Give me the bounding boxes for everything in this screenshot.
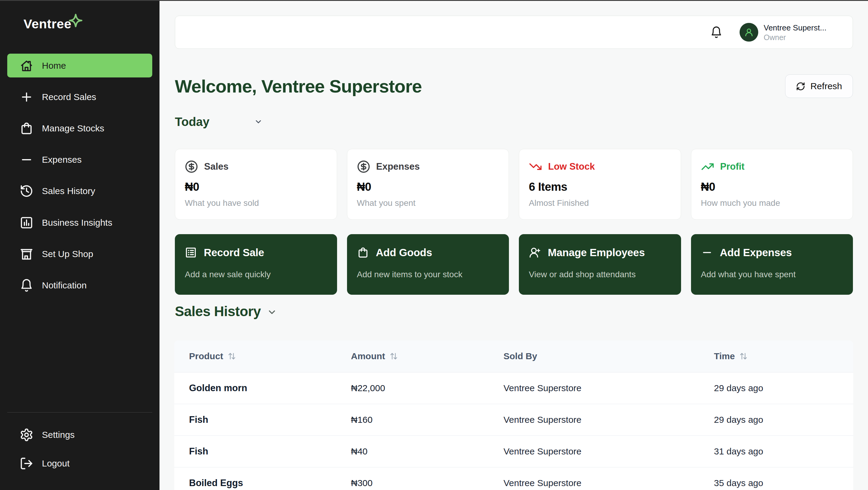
action-subtitle: Add a new sale quickly xyxy=(185,270,330,280)
sidebar-item-business-insights[interactable]: Business Insights xyxy=(7,210,152,234)
table-row[interactable]: Boiled Eggs₦300Ventree Superstore35 days… xyxy=(174,467,853,490)
welcome-row: Welcome, Ventree Superstore Refresh xyxy=(175,74,853,98)
action-card-record-sale[interactable]: Record SaleAdd a new sale quickly xyxy=(175,234,337,295)
window-top-strip xyxy=(0,0,868,1)
cell-amount: ₦22,000 xyxy=(351,372,503,404)
table-row[interactable]: Fish₦160Ventree Superstore29 days ago xyxy=(174,404,853,435)
action-card-header: Record Sale xyxy=(185,246,330,259)
column-header-content: Amount xyxy=(351,351,503,361)
sidebar-item-notification[interactable]: Notification xyxy=(7,273,152,297)
sort-icon xyxy=(390,352,398,360)
stat-value: 6 Items xyxy=(529,181,672,193)
period-selector[interactable]: Today xyxy=(175,114,853,130)
action-card-header: Add Expenses xyxy=(701,246,846,259)
stat-title: Sales xyxy=(204,161,228,172)
sidebar-item-home[interactable]: Home xyxy=(7,54,152,77)
action-title: Add Goods xyxy=(376,247,432,259)
sidebar-item-settings[interactable]: Settings xyxy=(7,423,152,447)
stat-title: Expenses xyxy=(376,161,420,172)
sidebar-item-set-up-shop[interactable]: Set Up Shop xyxy=(7,242,152,266)
column-label: Sold By xyxy=(503,351,537,361)
sidebar-item-label: Set Up Shop xyxy=(42,249,93,259)
sidebar-item-logout[interactable]: Logout xyxy=(7,451,152,475)
trending-down-icon xyxy=(529,160,542,173)
sidebar-item-sales-history[interactable]: Sales History xyxy=(7,179,152,203)
cell-sold-by: Ventree Superstore xyxy=(503,435,714,467)
stat-subtitle: Almost Finished xyxy=(529,198,672,208)
action-card-header: Add Goods xyxy=(357,246,502,259)
chevron-down-icon xyxy=(254,118,262,126)
notification-bell-icon[interactable] xyxy=(710,26,723,39)
sidebar-item-record-sales[interactable]: Record Sales xyxy=(7,85,152,109)
sales-history-table: ProductAmountSold ByTime Golden morn₦22,… xyxy=(174,340,853,490)
home-icon xyxy=(20,59,33,73)
action-title: Manage Employees xyxy=(548,247,645,259)
column-label: Amount xyxy=(351,351,385,361)
sidebar-item-label: Manage Stocks xyxy=(42,123,104,133)
action-card-add-goods[interactable]: Add GoodsAdd new items to your stock xyxy=(347,234,509,295)
sidebar: Ventree HomeRecord SalesManage StocksExp… xyxy=(0,0,159,490)
cell-time: 29 days ago xyxy=(714,372,853,404)
stat-value: ₦0 xyxy=(357,181,500,193)
sidebar-divider xyxy=(7,412,152,413)
app-root: Ventree HomeRecord SalesManage StocksExp… xyxy=(0,0,868,490)
cell-amount: ₦300 xyxy=(351,467,503,490)
user-icon xyxy=(744,27,754,37)
sales-history-title: Sales History xyxy=(175,303,261,320)
table-body: Golden morn₦22,000Ventree Superstore29 d… xyxy=(174,372,853,490)
sidebar-item-label: Notification xyxy=(42,280,87,291)
sales-history-table-card: ProductAmountSold ByTime Golden morn₦22,… xyxy=(174,340,853,490)
column-header-content: Sold By xyxy=(503,351,714,361)
sidebar-item-label: Sales History xyxy=(42,186,95,196)
stat-subtitle: What you spent xyxy=(357,198,500,208)
column-header-amount[interactable]: Amount xyxy=(351,340,503,372)
stats-row: Sales₦0What you have soldExpenses₦0What … xyxy=(175,149,853,220)
ventree-logo: Ventree xyxy=(24,17,71,31)
sidebar-item-expenses[interactable]: Expenses xyxy=(7,148,152,172)
sidebar-item-label: Logout xyxy=(42,458,70,468)
stat-card-low-stock: Low Stock6 ItemsAlmost Finished xyxy=(519,149,681,220)
action-card-add-expenses[interactable]: Add ExpensesAdd what you have spent xyxy=(691,234,853,295)
refresh-button[interactable]: Refresh xyxy=(785,74,853,98)
cell-time: 31 days ago xyxy=(714,435,853,467)
table-header-row: ProductAmountSold ByTime xyxy=(174,340,853,372)
cell-product: Fish xyxy=(174,404,351,435)
sales-history-header[interactable]: Sales History xyxy=(175,302,853,321)
sidebar-item-label: Business Insights xyxy=(42,218,112,228)
cell-sold-by: Ventree Superstore xyxy=(503,467,714,490)
stat-card-header: Low Stock xyxy=(529,160,672,173)
cell-product: Fish xyxy=(174,435,351,467)
ventree-logo-text: Ventree xyxy=(24,17,71,31)
stat-subtitle: How much you made xyxy=(701,198,844,208)
cell-sold-by: Ventree Superstore xyxy=(503,404,714,435)
column-header-product[interactable]: Product xyxy=(174,340,351,372)
stat-card-expenses: Expenses₦0What you spent xyxy=(347,149,509,220)
stat-value: ₦0 xyxy=(185,181,328,193)
avatar[interactable] xyxy=(740,23,758,41)
action-title: Record Sale xyxy=(204,247,264,259)
cell-time: 35 days ago xyxy=(714,467,853,490)
table-row[interactable]: Golden morn₦22,000Ventree Superstore29 d… xyxy=(174,372,853,404)
column-header-content: Product xyxy=(189,351,351,361)
plus-icon xyxy=(20,90,33,104)
user-name: Ventree Superst... xyxy=(764,23,826,33)
action-title: Add Expenses xyxy=(720,247,792,259)
user-info[interactable]: Ventree Superst... Owner xyxy=(764,23,826,42)
sidebar-item-manage-stocks[interactable]: Manage Stocks xyxy=(7,116,152,140)
column-header-content: Time xyxy=(714,351,853,361)
sort-icon xyxy=(739,352,748,360)
history-icon xyxy=(20,184,33,198)
shopping-bag-icon xyxy=(357,247,369,259)
action-card-header: Manage Employees xyxy=(529,246,674,259)
column-header-sold-by: Sold By xyxy=(503,340,714,372)
action-subtitle: View or add shop attendants xyxy=(529,270,674,280)
column-header-time[interactable]: Time xyxy=(714,340,853,372)
cell-product: Golden morn xyxy=(174,372,351,404)
table-row[interactable]: Fish₦40Ventree Superstore31 days ago xyxy=(174,435,853,467)
action-card-manage-employees[interactable]: Manage EmployeesView or add shop attenda… xyxy=(519,234,681,295)
sparkle-icon xyxy=(68,13,83,28)
sidebar-item-label: Expenses xyxy=(42,155,82,165)
topbar: Ventree Superst... Owner xyxy=(175,16,853,49)
stat-subtitle: What you have sold xyxy=(185,198,328,208)
sidebar-item-label: Home xyxy=(42,61,66,71)
